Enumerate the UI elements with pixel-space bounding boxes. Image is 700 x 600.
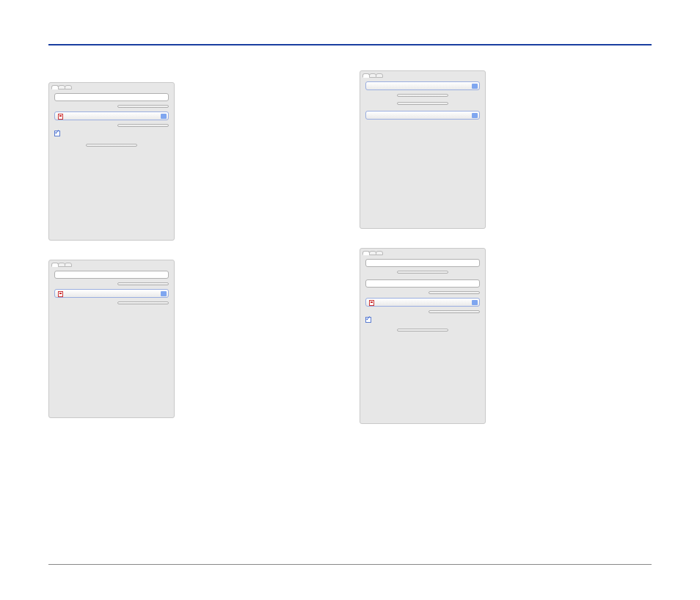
page-setup-button[interactable]	[397, 94, 448, 97]
pdf-icon	[369, 300, 374, 306]
tab-button-assignment[interactable]	[376, 251, 383, 255]
detail-settings-button[interactable]	[429, 310, 480, 313]
file-name-input[interactable]	[54, 271, 169, 279]
attach-email-desc	[182, 260, 342, 418]
detail-settings-button[interactable]	[117, 124, 169, 127]
save-to-picture-folder-checkbox[interactable]	[365, 317, 480, 323]
pdf-icon	[58, 291, 63, 297]
open-app-desc	[493, 248, 652, 424]
print-desc	[493, 70, 652, 229]
pdf-icon	[58, 114, 63, 120]
file-name-input[interactable]	[365, 279, 480, 288]
application-input[interactable]	[365, 259, 480, 267]
attach-email-panel	[48, 260, 175, 418]
save-file-panel	[48, 82, 175, 241]
file-name-settings-button[interactable]	[429, 291, 480, 294]
tab-button-assignment[interactable]	[65, 263, 72, 267]
tab-button-assignment[interactable]	[65, 85, 72, 89]
file-name-input[interactable]	[54, 93, 169, 101]
browse-button-disabled	[86, 144, 137, 147]
file-type-select[interactable]	[54, 289, 169, 298]
bottom-rule	[48, 564, 652, 565]
open-app-panel	[360, 248, 486, 424]
file-name-settings-button[interactable]	[117, 105, 169, 108]
top-rule	[48, 44, 652, 45]
file-type-select[interactable]	[54, 111, 169, 120]
detail-settings-button[interactable]	[117, 301, 169, 304]
browse-button-disabled	[397, 329, 448, 332]
file-type-select[interactable]	[365, 298, 480, 307]
page-layout-select[interactable]	[365, 111, 480, 120]
printer-properties-button[interactable]	[397, 102, 448, 105]
printer-name-select[interactable]	[365, 81, 480, 90]
print-panel	[360, 70, 486, 229]
save-to-picture-folder-checkbox[interactable]	[54, 131, 169, 136]
browse-button[interactable]	[397, 271, 448, 274]
save-file-desc	[182, 82, 342, 241]
file-name-settings-button[interactable]	[117, 282, 169, 285]
tab-button-assignment[interactable]	[376, 73, 383, 78]
